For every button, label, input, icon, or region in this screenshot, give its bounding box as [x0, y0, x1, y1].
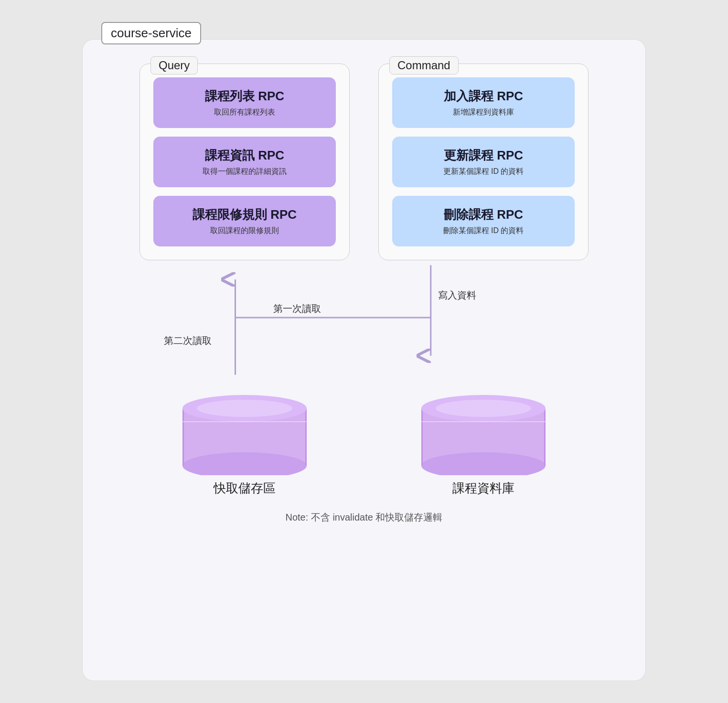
command-rpc-title-0: 加入課程 RPC	[402, 88, 565, 105]
svg-rect-8	[182, 408, 184, 466]
first-read-label: 第一次讀取	[273, 303, 321, 314]
course-db-icon	[417, 389, 550, 475]
command-rpc-subtitle-2: 刪除某個課程 ID 的資料	[402, 226, 565, 236]
svg-point-18	[436, 400, 531, 417]
svg-text:第二次讀取: 第二次讀取	[164, 335, 212, 346]
query-panel-label: Query	[150, 56, 198, 75]
svg-point-11	[197, 400, 292, 417]
svg-rect-15	[421, 408, 423, 466]
top-section: Query 課程列表 RPC 取回所有課程列表 課程資訊 RPC 取得一個課程的…	[107, 64, 621, 260]
query-rpc-card-1: 課程資訊 RPC 取得一個課程的詳細資訊	[153, 137, 336, 187]
arrows-diagram: 第一次讀取 第二次讀取 寫入資料	[107, 260, 621, 384]
query-panel: Query 課程列表 RPC 取回所有課程列表 課程資訊 RPC 取得一個課程的…	[139, 64, 350, 260]
command-panel-label: Command	[389, 56, 459, 75]
note-text: Note: 不含 invalidate 和快取儲存邏輯	[107, 511, 621, 524]
write-label: 寫入資料	[438, 290, 476, 300]
main-card: Query 課程列表 RPC 取回所有課程列表 課程資訊 RPC 取得一個課程的…	[82, 39, 646, 681]
query-rpc-subtitle-0: 取回所有課程列表	[163, 107, 326, 117]
arrows-section: 第一次讀取 第二次讀取 寫入資料	[107, 260, 621, 384]
command-rpc-card-1: 更新課程 RPC 更新某個課程 ID 的資料	[392, 137, 575, 187]
command-rpc-title-1: 更新課程 RPC	[402, 147, 565, 164]
cache-db-container: 快取儲存區	[139, 389, 350, 497]
query-rpc-subtitle-1: 取得一個課程的詳細資訊	[163, 167, 326, 177]
query-rpc-card-0: 課程列表 RPC 取回所有課程列表	[153, 77, 336, 128]
svg-text:第一次讀取: 第一次讀取	[273, 303, 321, 314]
course-db-label: 課程資料庫	[452, 480, 514, 497]
svg-rect-9	[305, 408, 307, 466]
query-rpc-subtitle-2: 取回課程的限修規則	[163, 226, 326, 236]
command-rpc-card-2: 刪除課程 RPC 刪除某個課程 ID 的資料	[392, 196, 575, 246]
query-rpc-title-1: 課程資訊 RPC	[163, 147, 326, 164]
second-read-label: 第二次讀取	[164, 335, 212, 346]
course-db-container: 課程資料庫	[378, 389, 589, 497]
svg-rect-16	[544, 408, 546, 466]
command-rpc-subtitle-1: 更新某個課程 ID 的資料	[402, 167, 565, 177]
cache-db-label: 快取儲存區	[214, 480, 276, 497]
command-panel: Command 加入課程 RPC 新增課程到資料庫 更新課程 RPC 更新某個課…	[378, 64, 589, 260]
query-rpc-title-2: 課程限修規則 RPC	[163, 206, 326, 223]
query-rpc-card-2: 課程限修規則 RPC 取回課程的限修規則	[153, 196, 336, 246]
command-rpc-subtitle-0: 新增課程到資料庫	[402, 107, 565, 117]
svg-text:寫入資料: 寫入資料	[438, 290, 476, 300]
command-rpc-card-0: 加入課程 RPC 新增課程到資料庫	[392, 77, 575, 128]
command-rpc-title-2: 刪除課程 RPC	[402, 206, 565, 223]
outer-wrapper: course-service Query 課程列表 RPC 取回所有課程列表 課…	[82, 22, 646, 681]
window-title-text: course-service	[111, 26, 192, 40]
query-rpc-title-0: 課程列表 RPC	[163, 88, 326, 105]
cache-db-icon	[178, 389, 311, 475]
databases-section: 快取儲存區 課程資	[107, 389, 621, 497]
window-title-label: course-service	[101, 22, 201, 44]
